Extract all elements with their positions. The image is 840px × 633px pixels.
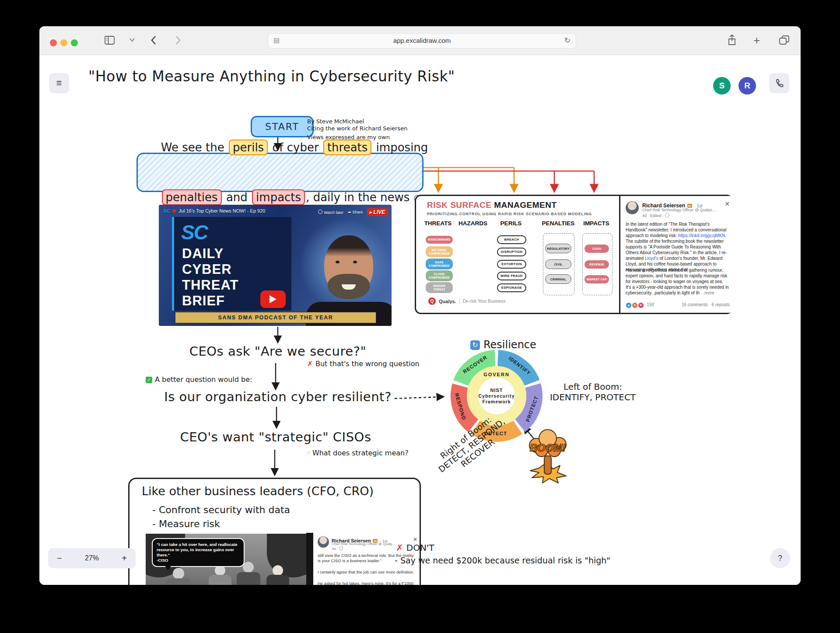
url-text: app.excalidraw.com bbox=[268, 37, 576, 44]
avatar[interactable]: R bbox=[738, 77, 756, 94]
strategic-cisos-text: CEO's want "strategic" CISOs bbox=[149, 430, 402, 444]
hamburger-menu-button[interactable]: ≡ bbox=[49, 73, 69, 93]
reaction-count[interactable]: 150 bbox=[647, 302, 654, 307]
video-topbar: SC Jul 16's Top Cyber News NOW! - Ep 920 bbox=[163, 208, 265, 213]
zoom-level[interactable]: 27% bbox=[85, 554, 99, 562]
video-title-line: THREAT bbox=[182, 277, 238, 293]
share-video-button[interactable]: ➦ Share bbox=[348, 210, 363, 214]
zoom-in-button[interactable]: + bbox=[122, 553, 127, 563]
penalty-pill: CRIMINAL bbox=[545, 274, 571, 284]
banner-line-1: We see the perils of cyber threats impos… bbox=[132, 122, 428, 172]
business-leaders-box[interactable]: Like other business leaders (CFO, CRO) -… bbox=[128, 478, 421, 585]
browser-toolbar: ▤ app.excalidraw.com ↻ + bbox=[39, 26, 801, 55]
column-header-penalties: PENALTIES bbox=[542, 220, 575, 227]
see-more-link[interactable]: ...more bbox=[701, 290, 714, 295]
like-reaction-icon: ▲ bbox=[626, 302, 632, 308]
figure-body bbox=[237, 572, 260, 585]
post-meta: 3w · bbox=[332, 546, 343, 551]
threat-pill: BIZ EMAIL COMPROMISE bbox=[426, 246, 453, 257]
banner-text: imposing bbox=[372, 141, 428, 154]
leaders-title: Like other business leaders (CFO, CRO) bbox=[142, 484, 374, 498]
back-icon[interactable] bbox=[150, 35, 157, 45]
minimize-window-button[interactable] bbox=[60, 39, 67, 46]
risk-surface-management-image[interactable]: RISK SURFACE MANAGEMENT PRIORITIZING CON… bbox=[415, 195, 733, 314]
new-tab-plus-icon[interactable]: + bbox=[753, 34, 760, 47]
figure-head bbox=[243, 562, 254, 573]
youtube-video-thumbnail[interactable]: SC DAILY CYBER THREAT BRIEF SC Jul 16's … bbox=[159, 205, 392, 326]
close-icon[interactable]: ✕ bbox=[724, 200, 730, 207]
chevron-down-icon[interactable] bbox=[129, 38, 135, 42]
post-body-2: His was an ingenious method of gathering… bbox=[626, 267, 730, 296]
love-reaction-icon: ♥ bbox=[638, 302, 644, 308]
penalty-pill: CIVIL bbox=[545, 259, 571, 269]
figure-body bbox=[166, 578, 191, 585]
help-label: ? bbox=[778, 554, 782, 563]
ceos-ask-text: CEOs ask "Are we secure?" bbox=[162, 344, 394, 359]
highlight-penalties: penalties bbox=[162, 189, 222, 205]
help-button[interactable]: ? bbox=[770, 548, 790, 568]
left-of-boom-note: Left of Boom: IDENTIFY, PROTECT bbox=[538, 381, 648, 402]
note-text: But that's the wrong question bbox=[315, 360, 420, 368]
sidebar-toggle-icon[interactable] bbox=[104, 35, 116, 45]
boom-explosion-image[interactable]: BOOM! bbox=[526, 429, 570, 483]
post-paragraph: He asked for hot takes. Here's mine. It'… bbox=[318, 581, 416, 585]
peril-pill: BREACH bbox=[497, 235, 526, 244]
video-episode-title: Jul 16's Top Cyber News NOW! - Ep 920 bbox=[178, 208, 265, 213]
check-icon: ✓ bbox=[146, 377, 152, 383]
threat-pill: SAAS COMPROMISE bbox=[426, 259, 453, 269]
threat-pill: INSIDER THREAT bbox=[426, 282, 453, 293]
wheel-center-line: NIST bbox=[490, 388, 503, 393]
avatar[interactable]: S bbox=[713, 77, 731, 94]
watch-later-label: Watch later bbox=[324, 210, 343, 215]
refresh-icon[interactable]: ↻ bbox=[564, 36, 570, 45]
close-icon[interactable]: ✕ bbox=[413, 536, 417, 542]
banner-text: We see the bbox=[161, 141, 228, 154]
threat-pill: RANSOMWARE bbox=[426, 236, 453, 244]
linkedin-post-risk-therapist[interactable]: Richard Seiersen in · 1st Chief Risk Tec… bbox=[619, 196, 734, 313]
note-text: A better question would be: bbox=[155, 375, 252, 384]
comments-reposts[interactable]: 16 comments · 6 reposts bbox=[682, 302, 730, 307]
banner-text: of cyber bbox=[269, 141, 322, 154]
close-window-button[interactable] bbox=[50, 39, 57, 46]
zoom-out-button[interactable]: − bbox=[57, 553, 62, 563]
zoom-controls: − 27% + bbox=[48, 548, 136, 568]
maximize-window-button[interactable] bbox=[71, 39, 78, 46]
column-header-impacts: IMPACTS bbox=[583, 220, 609, 227]
penalty-pill: REGULATORY bbox=[545, 244, 571, 253]
post-timestamp: 3w · bbox=[332, 547, 338, 551]
highlight-perils: perils bbox=[229, 140, 268, 155]
banner-text: and bbox=[223, 191, 251, 204]
post-link[interactable]: Lloyd's bbox=[645, 256, 658, 261]
dont-label: DON'T bbox=[406, 542, 434, 553]
divider-bar bbox=[306, 533, 313, 585]
address-bar[interactable]: ▤ app.excalidraw.com ↻ bbox=[268, 33, 576, 49]
clock-icon bbox=[318, 210, 322, 214]
forward-icon[interactable] bbox=[175, 35, 181, 45]
leaders-bullet: - Confront security with data bbox=[152, 504, 290, 515]
column-header-perils: PERILS bbox=[500, 220, 522, 227]
boom-text: BOOM! bbox=[530, 442, 566, 454]
tabs-overview-icon[interactable] bbox=[779, 35, 790, 45]
peril-pill: EXTORTION bbox=[497, 260, 526, 269]
peril-pill: WIRE FRAUD bbox=[497, 272, 526, 280]
live-badge: ▶LIVE bbox=[367, 208, 388, 216]
impact-pill: MARKET CAP bbox=[584, 275, 609, 283]
share-label: Share bbox=[352, 210, 363, 214]
post-link[interactable]: https://lnkd.in/ggcsjMKN bbox=[678, 233, 725, 238]
sc-media-logo: SC bbox=[181, 220, 207, 244]
threat-pill: CLOUD COMPROMISE bbox=[426, 270, 453, 281]
post-meta: 4d · Edited · bbox=[642, 213, 669, 218]
watch-later-button[interactable]: Watch later bbox=[318, 210, 343, 215]
sc-mini-logo: SC bbox=[163, 208, 170, 213]
rsm-subtitle: PRIORITIZING CONTROL USING RAPID RISK SC… bbox=[427, 212, 592, 216]
share-icon[interactable] bbox=[727, 34, 737, 46]
excalidraw-canvas[interactable]: ≡ "How to Measure Anything in Cybersecur… bbox=[39, 26, 801, 585]
news-banner-node[interactable]: We see the perils of cyber threats impos… bbox=[136, 153, 424, 192]
qualys-logo-icon: Q bbox=[428, 297, 436, 305]
youtube-play-button[interactable] bbox=[260, 290, 286, 308]
voice-call-button[interactable] bbox=[769, 73, 789, 93]
podcast-award-banner: SANS DMA PODCAST OF THE YEAR bbox=[175, 312, 376, 323]
host-eye bbox=[336, 261, 340, 263]
figure-body bbox=[266, 575, 289, 585]
bubble-attribution: -CISO bbox=[157, 558, 168, 563]
